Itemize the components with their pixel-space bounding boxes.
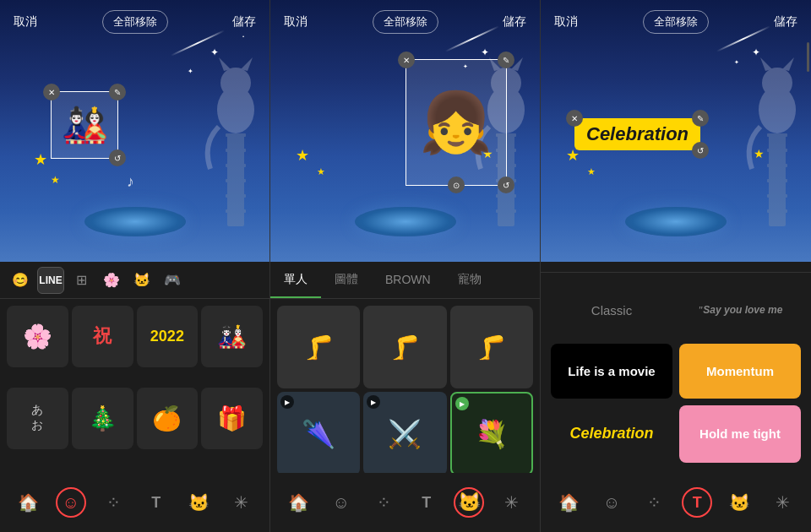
char-rotate-handle[interactable]: ↺ xyxy=(498,176,514,193)
star-2: ✦ xyxy=(188,68,193,75)
planet xyxy=(84,207,186,236)
rotate-handle[interactable]: ↺ xyxy=(109,149,126,166)
clear-all-button-2[interactable]: 全部移除 xyxy=(373,10,438,34)
play-icon-4: ▶ xyxy=(367,395,380,409)
text-style-movie[interactable]: Life is a movie xyxy=(551,344,672,398)
char-mirror-handle[interactable]: ⊙ xyxy=(448,176,465,193)
text-overlay-container: ✕ ✎ ↺ Celebration xyxy=(574,118,700,150)
sticker-icon-3[interactable]: ⁘ xyxy=(640,487,670,518)
sticker-tab-game[interactable]: 🎮 xyxy=(159,267,186,294)
text-style-holdme-label: Hold me tight xyxy=(699,426,781,441)
text-panel: Classic " Say you love me Life is a movi… xyxy=(541,262,811,473)
svg-rect-21 xyxy=(496,209,516,213)
text-style-celebration[interactable]: Celebration xyxy=(551,405,672,463)
char-grid: 🦵 🦵 🦵 ▶ 🌂 ▶ ⚔️ ▶ 💐 xyxy=(270,299,540,473)
sticker-panel: 😊 LINE ⊞ 🌸 🐱 🎮 🌸 祝 2022 🎎 あお 🎄 🍊 🎁 xyxy=(0,262,269,473)
char-tab-brown[interactable]: BROWN xyxy=(372,262,444,298)
gold-star-1: ★ xyxy=(34,150,47,169)
cancel-button-1[interactable]: 取消 xyxy=(14,14,37,30)
char-tab-single[interactable]: 單人 xyxy=(270,262,321,298)
char-delete-handle[interactable]: ✕ xyxy=(398,52,415,68)
text-styles-grid: Classic " Say you love me Life is a movi… xyxy=(541,273,811,473)
svg-rect-27 xyxy=(767,133,787,137)
panel-sticker: ✦ ✦ • ★ ★ xyxy=(0,0,270,532)
svg-rect-6 xyxy=(226,149,246,152)
text-style-celebration-label: Celebration xyxy=(569,425,653,442)
sticker-tab-face[interactable]: 😊 xyxy=(7,267,34,294)
text-icon-2[interactable]: T xyxy=(411,487,442,518)
sticker-grid: 🌸 祝 2022 🎎 あお 🎄 🍊 🎁 xyxy=(0,299,269,473)
char-edit-handle[interactable]: ✎ xyxy=(498,52,514,68)
text-icon-1[interactable]: T xyxy=(141,487,171,518)
text-panel-header xyxy=(541,262,811,273)
home-icon-1[interactable]: 🏠 xyxy=(13,487,43,518)
sticker-icon-2[interactable]: ⁘ xyxy=(368,487,399,518)
planet-2 xyxy=(355,207,456,236)
sticker-item-3[interactable]: 🎎 xyxy=(201,306,263,367)
sticker-tab-line[interactable]: LINE xyxy=(37,267,64,294)
sticker-item-0[interactable]: 🌸 xyxy=(7,306,68,367)
cancel-button-2[interactable]: 取消 xyxy=(284,14,308,30)
sticker-item-5[interactable]: 🎄 xyxy=(72,388,133,449)
text-style-movie-label: Life is a movie xyxy=(568,364,655,378)
edit-handle[interactable]: ✎ xyxy=(109,84,126,100)
char-tab-bar: 單人 圖體 BROWN 寵物 xyxy=(270,262,540,299)
char-item-2[interactable]: 🦵 xyxy=(450,306,533,388)
effect-icon-1[interactable]: ✳ xyxy=(226,487,257,518)
sticker-item-7[interactable]: 🎁 xyxy=(201,388,263,449)
text-edit-handle[interactable]: ✎ xyxy=(692,110,709,127)
char-tab-group[interactable]: 圖體 xyxy=(321,262,372,298)
home-icon-3[interactable]: 🏠 xyxy=(553,487,584,518)
delete-handle[interactable]: ✕ xyxy=(43,84,60,100)
emoji-icon-1[interactable]: ☺ xyxy=(56,487,86,518)
text-style-momentum-label: Momentum xyxy=(706,364,774,378)
avatar-icon-2[interactable]: 🐱 xyxy=(454,487,484,518)
selection-box-2: ✕ ✎ ⊙ ↺ 👧 xyxy=(406,59,507,186)
sticker-item-1[interactable]: 祝 xyxy=(72,306,133,367)
effect-icon-2[interactable]: ✳ xyxy=(497,487,527,518)
sticker-tab-grid[interactable]: ⊞ xyxy=(68,267,95,294)
save-button-3[interactable]: 儲存 xyxy=(774,14,797,30)
sticker-item-4[interactable]: あお xyxy=(7,388,68,449)
char-item-1[interactable]: 🦵 xyxy=(363,306,446,388)
sticker-icon-1[interactable]: ⁘ xyxy=(98,487,128,518)
text-icon-3[interactable]: T xyxy=(682,487,712,518)
text-style-holdme[interactable]: Hold me tight xyxy=(679,405,801,463)
music-note: ♪ xyxy=(127,173,134,191)
text-style-sayyou[interactable]: " Say you love me xyxy=(679,283,801,337)
text-delete-handle[interactable]: ✕ xyxy=(566,110,583,127)
play-icon-3: ▶ xyxy=(280,395,294,409)
text-style-classic[interactable]: Classic xyxy=(551,283,672,337)
svg-marker-24 xyxy=(760,57,772,71)
sticker-tab-flower[interactable]: 🌸 xyxy=(98,267,125,294)
avatar-icon-1[interactable]: 🐱 xyxy=(183,487,214,518)
planet-3 xyxy=(625,207,727,236)
avatar-icon-3[interactable]: 🐱 xyxy=(725,487,755,518)
effect-icon-3[interactable]: ✳ xyxy=(768,487,798,518)
char-item-5[interactable]: ▶ 💐 xyxy=(450,392,533,473)
sticker-item-6[interactable]: 🍊 xyxy=(137,388,199,449)
sticker-tab-cat[interactable]: 🐱 xyxy=(128,267,155,294)
text-overlay[interactable]: Celebration xyxy=(574,118,700,150)
char-item-0[interactable]: 🦵 xyxy=(277,306,360,388)
cancel-button-3[interactable]: 取消 xyxy=(554,14,578,30)
char-item-4[interactable]: ▶ ⚔️ xyxy=(363,392,446,473)
svg-rect-30 xyxy=(767,179,787,182)
save-button-1[interactable]: 儲存 xyxy=(232,14,256,30)
character-figure: 👧 xyxy=(406,60,506,185)
selection-box-1: ✕ ✎ ↺ 🎎 xyxy=(51,91,118,159)
char-item-3[interactable]: ▶ 🌂 xyxy=(277,392,360,473)
clear-all-button-3[interactable]: 全部移除 xyxy=(643,10,709,34)
emoji-icon-3[interactable]: ☺ xyxy=(596,487,627,518)
home-icon-2[interactable]: 🏠 xyxy=(283,487,313,518)
text-style-momentum[interactable]: Momentum xyxy=(679,344,801,398)
panel-text: ✦ ✦ ★ ★ ★ 取消 全部移除 儲存 xyxy=(541,0,811,532)
text-style-sayyou-label: Say you love me xyxy=(703,304,782,316)
char-tab-pet[interactable]: 寵物 xyxy=(444,262,495,298)
sticker-item-2[interactable]: 2022 xyxy=(137,306,199,367)
save-button-2[interactable]: 儲存 xyxy=(503,14,526,30)
clear-all-button-1[interactable]: 全部移除 xyxy=(102,10,168,34)
text-resize-handle[interactable]: ↺ xyxy=(692,142,709,159)
emoji-icon-2[interactable]: ☺ xyxy=(326,487,357,518)
canvas-3: ✦ ✦ ★ ★ ★ 取消 全部移除 儲存 xyxy=(541,0,811,262)
